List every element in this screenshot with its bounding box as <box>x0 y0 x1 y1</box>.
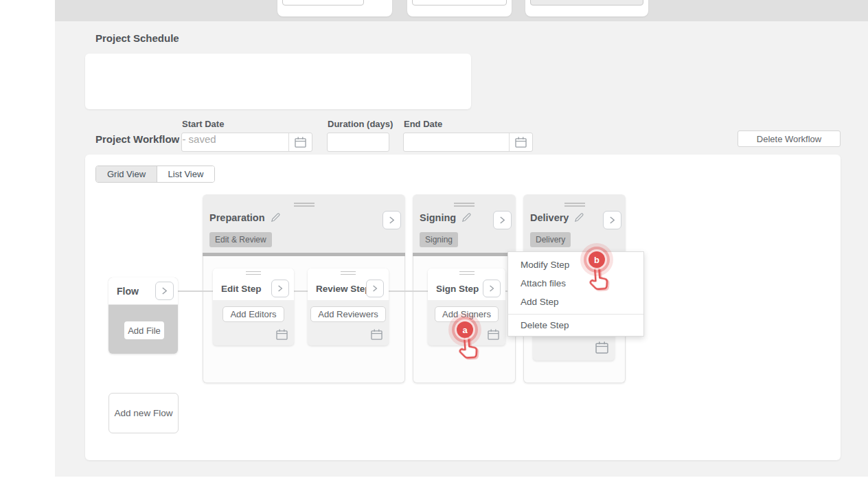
menu-item-add-step[interactable]: Add Step <box>508 293 643 311</box>
tab-grid-view[interactable]: Grid View <box>96 166 157 182</box>
column-signing-expand-button[interactable] <box>493 211 512 229</box>
top-card-3 <box>525 0 648 16</box>
chevron-right-icon <box>277 284 283 293</box>
schedule-card: Start Date Duration (days) End Date <box>85 54 471 109</box>
delete-workflow-button[interactable]: Delete Workflow <box>738 130 841 147</box>
connector-edit-review <box>294 291 308 292</box>
top-card-1-input[interactable] <box>282 0 364 5</box>
duration-field[interactable] <box>328 133 389 151</box>
end-date-input[interactable]: End Date <box>403 133 533 152</box>
drag-handle-icon[interactable] <box>246 271 261 275</box>
workflow-title-row: Project Workflow - saved <box>95 133 216 145</box>
step-context-menu: Modify Step Attach files Add Step Delete… <box>507 251 644 337</box>
annotation-marker-a: a <box>457 321 473 338</box>
top-card-2-input[interactable] <box>412 0 507 5</box>
end-date-field[interactable] <box>404 133 509 151</box>
calendar-icon[interactable] <box>595 341 608 354</box>
step-edit-title: Edit Step <box>221 284 262 294</box>
step-edit[interactable]: Edit Step Add Editors <box>213 269 294 345</box>
drag-handle-icon[interactable] <box>294 203 315 207</box>
add-file-button[interactable]: Add File <box>124 321 164 339</box>
column-delivery-title: Delivery <box>530 212 569 223</box>
calendar-icon <box>295 137 306 148</box>
workflow-saved-status: - saved <box>182 133 216 145</box>
end-date-label: End Date <box>404 119 442 129</box>
calendar-icon[interactable] <box>488 329 499 340</box>
duration-label: Duration (days) <box>328 119 393 129</box>
chevron-right-icon <box>372 284 378 293</box>
add-reviewers-button[interactable]: Add Reviewers <box>310 306 385 322</box>
step-edit-expand-button[interactable] <box>271 280 289 297</box>
edit-pencil-icon[interactable] <box>461 212 472 223</box>
chevron-right-icon <box>389 216 395 225</box>
column-preparation-expand-button[interactable] <box>382 211 401 229</box>
flow-title: Flow <box>117 286 139 297</box>
edit-pencil-icon[interactable] <box>270 212 281 223</box>
step-review-title: Review Step <box>316 284 371 294</box>
calendar-icon[interactable] <box>371 329 382 340</box>
connector-flow-edit <box>178 291 213 292</box>
flow-card[interactable]: Flow Add File <box>108 277 178 354</box>
connector-review-sign <box>389 291 428 292</box>
menu-item-modify-step[interactable]: Modify Step <box>508 255 643 274</box>
calendar-icon[interactable] <box>276 329 288 340</box>
add-signers-button[interactable]: Add Signers <box>435 306 499 322</box>
tab-list-view[interactable]: List View <box>157 166 214 182</box>
view-tabs: Grid View List View <box>95 166 215 183</box>
column-signing-header[interactable]: Signing Signing <box>413 194 516 253</box>
column-signing-title: Signing <box>420 212 456 223</box>
column-delivery-expand-button[interactable] <box>603 211 621 229</box>
page: Project Schedule Start Date Duration (da… <box>0 0 868 489</box>
top-card-3-input[interactable] <box>530 0 643 5</box>
column-signing-badge: Signing <box>420 232 458 247</box>
flow-expand-button[interactable] <box>155 282 174 300</box>
chevron-right-icon <box>489 284 494 293</box>
column-preparation-header[interactable]: Preparation Edit & Review <box>203 194 405 253</box>
drag-handle-icon[interactable] <box>459 271 475 275</box>
edit-pencil-icon[interactable] <box>573 212 584 223</box>
step-sign-title: Sign Step <box>436 284 479 294</box>
workflow-title: Project Workflow <box>95 133 179 145</box>
start-date-calendar-button[interactable] <box>288 133 312 151</box>
end-date-calendar-button[interactable] <box>509 133 532 151</box>
top-card-2 <box>407 0 512 16</box>
annotation-marker-b: b <box>589 251 605 268</box>
top-card-1 <box>277 0 392 16</box>
drag-handle-icon[interactable] <box>564 203 585 207</box>
calendar-icon <box>515 137 527 148</box>
step-review-expand-button[interactable] <box>366 280 384 297</box>
duration-input[interactable]: Duration (days) <box>327 133 389 152</box>
add-editors-button[interactable]: Add Editors <box>222 306 284 322</box>
column-delivery-badge: Delivery <box>530 232 571 247</box>
chevron-right-icon <box>499 216 505 225</box>
chevron-right-icon <box>609 216 615 225</box>
step-sign-expand-button[interactable] <box>483 280 501 297</box>
step-review[interactable]: Review Step Add Reviewers <box>308 269 389 345</box>
add-new-flow-button[interactable]: Add new Flow <box>108 393 179 433</box>
column-preparation-title: Preparation <box>209 212 265 223</box>
chevron-right-icon <box>161 286 168 295</box>
menu-item-attach-files[interactable]: Attach files <box>508 274 643 293</box>
drag-handle-icon[interactable] <box>341 271 356 275</box>
top-band <box>55 0 868 21</box>
start-date-label: Start Date <box>182 119 224 129</box>
column-preparation-badge: Edit & Review <box>209 232 272 247</box>
menu-item-delete-step[interactable]: Delete Step <box>508 315 643 336</box>
column-delivery-header[interactable]: Delivery Delivery <box>523 194 626 253</box>
schedule-title: Project Schedule <box>95 32 179 44</box>
drag-handle-icon[interactable] <box>454 203 475 207</box>
